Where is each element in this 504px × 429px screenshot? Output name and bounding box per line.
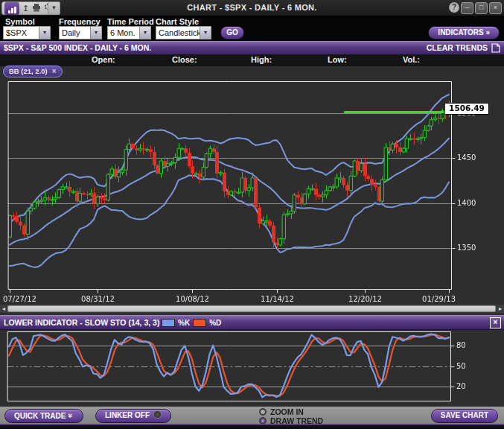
chart-header: $SPX - S&P 500 INDEX - DAILY - 6 MON. CL… xyxy=(0,41,504,55)
percent-d-swatch xyxy=(193,319,206,327)
quick-trade-label: QUICK TRADE xyxy=(14,412,66,420)
lower-indicator-header: LOWER INDICATOR - SLOW STO (14, 3, 3) %K… xyxy=(0,315,504,330)
chart-style-value: Candlestick xyxy=(156,27,200,39)
linker-button[interactable]: LINKER OFF xyxy=(95,409,171,423)
chart-mode-radios: ZOOM IN DRAW TREND xyxy=(259,407,323,425)
linker-label: LINKER OFF xyxy=(105,411,150,419)
symbol-input[interactable]: $SPX ▾ xyxy=(3,26,51,39)
remove-indicator-icon[interactable]: × xyxy=(52,66,57,77)
indicators-button[interactable]: INDICATORS » xyxy=(428,26,500,39)
frequency-select[interactable]: Daily ▾ xyxy=(59,26,102,39)
title-bar: CHART - $SPX - DAILY - 6 MON. xyxy=(0,0,504,16)
lower-indicator-title: LOWER INDICATOR - SLOW STO (14, 3, 3) xyxy=(4,318,159,327)
quick-trade-button[interactable]: QUICK TRADE» xyxy=(4,409,83,423)
percent-k-label: %K xyxy=(178,319,190,327)
chart-scrollbar[interactable]: ◂ ▸ xyxy=(0,305,504,313)
chart-style-label: Chart Style xyxy=(156,17,199,26)
percent-k-swatch xyxy=(162,319,175,327)
close-lower-indicator-icon[interactable]: × xyxy=(490,317,501,328)
clear-trends-icon[interactable] xyxy=(491,43,500,54)
save-chart-button[interactable]: SAVE CHART xyxy=(431,409,498,423)
frequency-label: Frequency xyxy=(59,17,101,26)
bollinger-band-tag[interactable]: BB (21, 2.0) × xyxy=(3,66,63,77)
chevron-down-icon[interactable]: ▾ xyxy=(139,27,150,39)
volume-label: Vol.: xyxy=(403,55,420,64)
app-chart-icon[interactable] xyxy=(4,2,19,15)
upload-icon[interactable]: ↥ xyxy=(22,4,29,13)
frequency-value: Daily xyxy=(60,27,90,39)
chevron-down-icon[interactable]: ▾ xyxy=(200,27,211,39)
stochastic-legend: %K %D xyxy=(162,319,221,327)
go-button[interactable]: GO xyxy=(220,26,244,39)
double-chevron-icon: » xyxy=(66,413,77,418)
toolbar: Symbol Frequency Time Period Chart Style… xyxy=(0,16,504,41)
scrollbar-thumb[interactable] xyxy=(7,305,496,312)
zoom-in-radio[interactable] xyxy=(259,408,267,416)
print-icon[interactable] xyxy=(32,1,41,15)
time-period-value: 6 Mon. xyxy=(108,27,139,39)
symbol-value: $SPX xyxy=(4,27,39,39)
close-label: Close: xyxy=(172,55,197,64)
linker-led-icon xyxy=(153,410,162,419)
maximize-icon[interactable]: □ xyxy=(475,2,488,14)
clear-trends-button[interactable]: CLEAR TRENDS xyxy=(427,43,488,52)
bottom-control-bar: QUICK TRADE» LINKER OFF ZOOM IN DRAW TRE… xyxy=(0,406,504,425)
chart-style-select[interactable]: Candlestick ▾ xyxy=(156,26,211,39)
chart-title: $SPX - S&P 500 INDEX - DAILY - 6 MON. xyxy=(4,43,151,52)
scroll-left-icon[interactable]: ◂ xyxy=(1,305,7,312)
chevron-down-icon[interactable]: ▾ xyxy=(39,27,50,39)
help-icon[interactable]: ? xyxy=(449,2,459,13)
bottom-status-strip xyxy=(0,424,504,429)
high-label: High: xyxy=(251,55,272,64)
chevron-down-icon[interactable]: ▾ xyxy=(90,27,101,39)
time-period-label: Time Period xyxy=(107,17,154,26)
bollinger-band-tag-label: BB (21, 2.0) xyxy=(9,66,48,77)
time-period-select[interactable]: 6 Mon. ▾ xyxy=(107,26,151,39)
close-icon[interactable]: × xyxy=(489,2,502,14)
window-title: CHART - $SPX - DAILY - 6 MON. xyxy=(0,3,504,12)
symbol-label: Symbol xyxy=(5,17,35,26)
low-label: Low: xyxy=(328,55,347,64)
minimize-icon[interactable]: ─ xyxy=(461,2,473,14)
menu-dropdown-icon[interactable]: ▾ xyxy=(48,1,60,15)
chart-application-window: CHART - $SPX - DAILY - 6 MON. ↥ ▾ ? ─ □ … xyxy=(0,0,504,429)
zoom-in-label: ZOOM IN xyxy=(270,407,304,416)
open-label: Open: xyxy=(92,55,115,64)
percent-d-label: %D xyxy=(209,319,221,327)
scroll-right-icon[interactable]: ▸ xyxy=(497,305,503,312)
zoom-in-option[interactable]: ZOOM IN xyxy=(259,407,323,416)
quote-info-row: Open: Close: High: Low: Vol.: xyxy=(0,54,504,66)
